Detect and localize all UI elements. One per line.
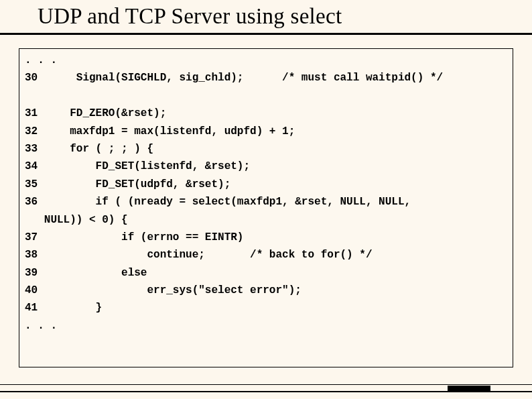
footer-block bbox=[448, 386, 490, 392]
code-listing: . . . 30 Signal(SIGCHLD, sig_chld); /* m… bbox=[25, 52, 507, 335]
title-underline bbox=[0, 33, 532, 35]
footer-deco bbox=[0, 382, 532, 399]
footer-line-top bbox=[0, 384, 532, 385]
slide: UDP and TCP Server using select . . . 30… bbox=[0, 0, 532, 399]
page-title: UDP and TCP Server using select bbox=[38, 4, 505, 29]
code-box: . . . 30 Signal(SIGCHLD, sig_chld); /* m… bbox=[19, 48, 513, 367]
